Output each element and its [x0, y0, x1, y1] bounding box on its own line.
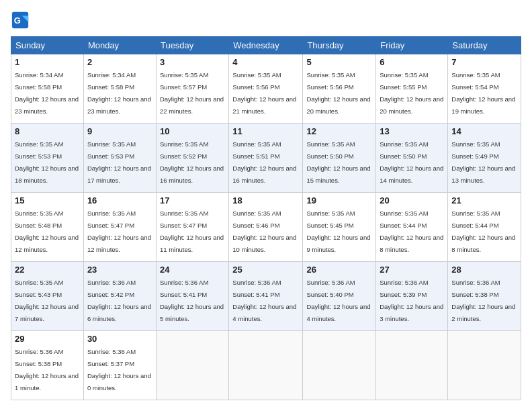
- logo: G: [11, 11, 32, 30]
- table-row: 20Sunrise: 5:35 AMSunset: 5:44 PMDayligh…: [376, 193, 448, 262]
- table-row: 8Sunrise: 5:35 AMSunset: 5:53 PMDaylight…: [11, 124, 84, 193]
- table-row: 13Sunrise: 5:35 AMSunset: 5:50 PMDayligh…: [376, 124, 448, 193]
- col-thursday: Thursday: [303, 37, 376, 54]
- day-number: 13: [380, 126, 444, 136]
- day-number: 20: [380, 195, 444, 205]
- calendar-week-row: 1Sunrise: 5:34 AMSunset: 5:58 PMDaylight…: [11, 54, 521, 124]
- table-row: [448, 331, 521, 400]
- day-info: Sunrise: 5:36 AMSunset: 5:42 PMDaylight:…: [87, 279, 151, 322]
- table-row: 17Sunrise: 5:35 AMSunset: 5:47 PMDayligh…: [156, 193, 228, 262]
- day-number: 25: [232, 265, 299, 275]
- col-tuesday: Tuesday: [156, 37, 228, 54]
- day-info: Sunrise: 5:35 AMSunset: 5:49 PMDaylight:…: [451, 140, 515, 184]
- day-number: 3: [160, 57, 225, 67]
- day-info: Sunrise: 5:36 AMSunset: 5:38 PMDaylight:…: [15, 348, 79, 392]
- calendar-week-row: 15Sunrise: 5:35 AMSunset: 5:48 PMDayligh…: [11, 193, 521, 262]
- table-row: [156, 331, 228, 400]
- col-friday: Friday: [376, 37, 448, 54]
- day-number: 26: [306, 265, 372, 275]
- day-info: Sunrise: 5:36 AMSunset: 5:41 PMDaylight:…: [232, 279, 296, 322]
- col-monday: Monday: [83, 37, 156, 54]
- table-row: 9Sunrise: 5:35 AMSunset: 5:53 PMDaylight…: [83, 124, 156, 193]
- table-row: 26Sunrise: 5:36 AMSunset: 5:40 PMDayligh…: [303, 262, 376, 331]
- table-row: 22Sunrise: 5:35 AMSunset: 5:43 PMDayligh…: [11, 262, 84, 331]
- table-row: 25Sunrise: 5:36 AMSunset: 5:41 PMDayligh…: [229, 262, 303, 331]
- day-info: Sunrise: 5:34 AMSunset: 5:58 PMDaylight:…: [87, 71, 151, 115]
- day-number: 28: [451, 265, 517, 275]
- day-info: Sunrise: 5:35 AMSunset: 5:52 PMDaylight:…: [160, 140, 224, 184]
- table-row: 30Sunrise: 5:36 AMSunset: 5:37 PMDayligh…: [83, 331, 156, 400]
- table-row: 3Sunrise: 5:35 AMSunset: 5:57 PMDaylight…: [156, 54, 228, 124]
- table-row: [376, 331, 448, 400]
- table-row: 14Sunrise: 5:35 AMSunset: 5:49 PMDayligh…: [448, 124, 521, 193]
- day-number: 19: [306, 195, 372, 205]
- day-info: Sunrise: 5:35 AMSunset: 5:53 PMDaylight:…: [15, 140, 79, 184]
- table-row: [229, 331, 303, 400]
- day-info: Sunrise: 5:35 AMSunset: 5:54 PMDaylight:…: [451, 71, 515, 115]
- day-info: Sunrise: 5:35 AMSunset: 5:44 PMDaylight:…: [380, 210, 443, 253]
- table-row: [303, 331, 376, 400]
- day-number: 2: [87, 57, 152, 67]
- day-info: Sunrise: 5:35 AMSunset: 5:43 PMDaylight:…: [15, 279, 79, 322]
- day-number: 5: [306, 57, 372, 67]
- day-number: 23: [87, 265, 152, 275]
- calendar-week-row: 22Sunrise: 5:35 AMSunset: 5:43 PMDayligh…: [11, 262, 521, 331]
- table-row: 6Sunrise: 5:35 AMSunset: 5:55 PMDaylight…: [376, 54, 448, 124]
- calendar-week-row: 29Sunrise: 5:36 AMSunset: 5:38 PMDayligh…: [11, 331, 521, 400]
- day-info: Sunrise: 5:35 AMSunset: 5:48 PMDaylight:…: [15, 210, 79, 253]
- day-info: Sunrise: 5:36 AMSunset: 5:37 PMDaylight:…: [87, 348, 151, 392]
- day-info: Sunrise: 5:35 AMSunset: 5:44 PMDaylight:…: [451, 210, 515, 253]
- day-info: Sunrise: 5:35 AMSunset: 5:46 PMDaylight:…: [232, 210, 296, 253]
- table-row: 23Sunrise: 5:36 AMSunset: 5:42 PMDayligh…: [83, 262, 156, 331]
- day-number: 17: [160, 195, 225, 205]
- table-row: 5Sunrise: 5:35 AMSunset: 5:56 PMDaylight…: [303, 54, 376, 124]
- day-number: 16: [87, 195, 152, 205]
- page: G Sunday Monday Tuesday Wednesday Thursd…: [0, 0, 532, 411]
- day-number: 18: [232, 195, 299, 205]
- day-info: Sunrise: 5:35 AMSunset: 5:51 PMDaylight:…: [232, 140, 296, 184]
- day-number: 6: [380, 57, 444, 67]
- table-row: 10Sunrise: 5:35 AMSunset: 5:52 PMDayligh…: [156, 124, 228, 193]
- table-row: 11Sunrise: 5:35 AMSunset: 5:51 PMDayligh…: [229, 124, 303, 193]
- table-row: 1Sunrise: 5:34 AMSunset: 5:58 PMDaylight…: [11, 54, 84, 124]
- table-row: 15Sunrise: 5:35 AMSunset: 5:48 PMDayligh…: [11, 193, 84, 262]
- day-info: Sunrise: 5:36 AMSunset: 5:39 PMDaylight:…: [380, 279, 443, 322]
- col-sunday: Sunday: [11, 37, 84, 54]
- day-number: 29: [15, 334, 80, 344]
- table-row: 27Sunrise: 5:36 AMSunset: 5:39 PMDayligh…: [376, 262, 448, 331]
- table-row: 12Sunrise: 5:35 AMSunset: 5:50 PMDayligh…: [303, 124, 376, 193]
- calendar-header-row: Sunday Monday Tuesday Wednesday Thursday…: [11, 37, 521, 54]
- day-number: 21: [451, 195, 517, 205]
- day-info: Sunrise: 5:35 AMSunset: 5:45 PMDaylight:…: [306, 210, 370, 253]
- day-number: 27: [380, 265, 444, 275]
- header: G: [11, 11, 521, 30]
- day-info: Sunrise: 5:35 AMSunset: 5:47 PMDaylight:…: [160, 210, 224, 253]
- day-number: 15: [15, 195, 80, 205]
- day-number: 11: [232, 126, 299, 136]
- day-info: Sunrise: 5:36 AMSunset: 5:38 PMDaylight:…: [451, 279, 515, 322]
- day-number: 9: [87, 126, 152, 136]
- day-info: Sunrise: 5:34 AMSunset: 5:58 PMDaylight:…: [15, 71, 79, 115]
- table-row: 29Sunrise: 5:36 AMSunset: 5:38 PMDayligh…: [11, 331, 84, 400]
- day-info: Sunrise: 5:35 AMSunset: 5:47 PMDaylight:…: [87, 210, 151, 253]
- day-number: 22: [15, 265, 80, 275]
- day-info: Sunrise: 5:36 AMSunset: 5:41 PMDaylight:…: [160, 279, 224, 322]
- table-row: 18Sunrise: 5:35 AMSunset: 5:46 PMDayligh…: [229, 193, 303, 262]
- day-number: 14: [451, 126, 517, 136]
- day-info: Sunrise: 5:35 AMSunset: 5:56 PMDaylight:…: [232, 71, 296, 115]
- table-row: 28Sunrise: 5:36 AMSunset: 5:38 PMDayligh…: [448, 262, 521, 331]
- day-info: Sunrise: 5:35 AMSunset: 5:53 PMDaylight:…: [87, 140, 151, 184]
- col-saturday: Saturday: [448, 37, 521, 54]
- logo-icon: G: [11, 11, 30, 30]
- day-number: 4: [232, 57, 299, 67]
- table-row: 24Sunrise: 5:36 AMSunset: 5:41 PMDayligh…: [156, 262, 228, 331]
- calendar-week-row: 8Sunrise: 5:35 AMSunset: 5:53 PMDaylight…: [11, 124, 521, 193]
- day-number: 30: [87, 334, 152, 344]
- day-info: Sunrise: 5:35 AMSunset: 5:55 PMDaylight:…: [380, 71, 443, 115]
- table-row: 7Sunrise: 5:35 AMSunset: 5:54 PMDaylight…: [448, 54, 521, 124]
- day-info: Sunrise: 5:35 AMSunset: 5:50 PMDaylight:…: [380, 140, 443, 184]
- table-row: 16Sunrise: 5:35 AMSunset: 5:47 PMDayligh…: [83, 193, 156, 262]
- day-info: Sunrise: 5:35 AMSunset: 5:50 PMDaylight:…: [306, 140, 370, 184]
- day-info: Sunrise: 5:35 AMSunset: 5:57 PMDaylight:…: [160, 71, 224, 115]
- table-row: 19Sunrise: 5:35 AMSunset: 5:45 PMDayligh…: [303, 193, 376, 262]
